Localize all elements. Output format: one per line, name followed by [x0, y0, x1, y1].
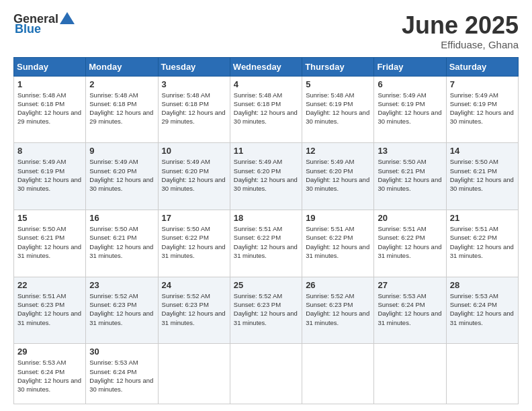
header-tuesday: Tuesday	[158, 57, 230, 76]
daylight-text: Daylight: 12 hours and 31 minutes.	[162, 310, 226, 326]
day-number: 13	[378, 146, 442, 156]
sunrise-text: Sunrise: 5:51 AM	[17, 292, 66, 300]
sunrise-text: Sunrise: 5:52 AM	[162, 292, 210, 300]
sunset-text: Sunset: 6:21 PM	[89, 234, 136, 241]
table-row: 8Sunrise: 5:49 AMSunset: 6:19 PMDaylight…	[14, 143, 86, 210]
cell-info: Sunrise: 5:52 AMSunset: 6:23 PMDaylight:…	[234, 291, 298, 327]
day-number: 8	[17, 146, 82, 156]
day-number: 11	[234, 146, 298, 156]
daylight-text: Daylight: 12 hours and 30 minutes.	[450, 176, 514, 192]
sunset-text: Sunset: 6:19 PM	[306, 100, 353, 107]
day-number: 17	[162, 213, 226, 223]
daylight-text: Daylight: 12 hours and 31 minutes.	[17, 243, 81, 259]
day-number: 29	[17, 347, 82, 357]
table-row	[230, 344, 302, 404]
table-row	[302, 344, 374, 404]
header-wednesday: Wednesday	[230, 57, 302, 76]
table-row: 21Sunrise: 5:51 AMSunset: 6:22 PMDayligh…	[446, 210, 518, 277]
sunset-text: Sunset: 6:18 PM	[89, 100, 136, 107]
daylight-text: Daylight: 12 hours and 30 minutes.	[234, 109, 298, 125]
sunset-text: Sunset: 6:21 PM	[378, 167, 425, 175]
daylight-text: Daylight: 12 hours and 31 minutes.	[378, 243, 441, 259]
sunset-text: Sunset: 6:24 PM	[378, 301, 425, 308]
cell-info: Sunrise: 5:49 AMSunset: 6:20 PMDaylight:…	[162, 157, 226, 193]
sunset-text: Sunset: 6:21 PM	[450, 167, 497, 175]
sunrise-text: Sunrise: 5:50 AM	[89, 225, 138, 232]
sunset-text: Sunset: 6:23 PM	[234, 301, 281, 308]
sunrise-text: Sunrise: 5:52 AM	[306, 292, 354, 300]
cell-info: Sunrise: 5:50 AMSunset: 6:21 PMDaylight:…	[450, 157, 515, 193]
day-number: 1	[17, 79, 82, 89]
sunset-text: Sunset: 6:21 PM	[17, 234, 64, 241]
daylight-text: Daylight: 12 hours and 31 minutes.	[234, 243, 298, 259]
daylight-text: Daylight: 12 hours and 30 minutes.	[306, 109, 369, 125]
cell-info: Sunrise: 5:51 AMSunset: 6:22 PMDaylight:…	[450, 224, 515, 260]
sunrise-text: Sunrise: 5:51 AM	[378, 225, 426, 232]
table-row: 11Sunrise: 5:49 AMSunset: 6:20 PMDayligh…	[230, 143, 302, 210]
cell-info: Sunrise: 5:50 AMSunset: 6:21 PMDaylight:…	[17, 224, 82, 260]
table-row: 16Sunrise: 5:50 AMSunset: 6:21 PMDayligh…	[86, 210, 158, 277]
header-saturday: Saturday	[446, 57, 518, 76]
calendar-header-row: Sunday Monday Tuesday Wednesday Thursday…	[14, 57, 519, 76]
daylight-text: Daylight: 12 hours and 30 minutes.	[378, 109, 441, 125]
sunrise-text: Sunrise: 5:53 AM	[17, 359, 66, 366]
header-monday: Monday	[86, 57, 158, 76]
cell-info: Sunrise: 5:48 AMSunset: 6:18 PMDaylight:…	[234, 91, 298, 126]
cell-info: Sunrise: 5:48 AMSunset: 6:18 PMDaylight:…	[162, 91, 226, 126]
day-number: 6	[378, 79, 442, 89]
header-friday: Friday	[374, 57, 446, 76]
daylight-text: Daylight: 12 hours and 30 minutes.	[450, 109, 514, 125]
sunset-text: Sunset: 6:20 PM	[234, 167, 281, 175]
sunset-text: Sunset: 6:18 PM	[162, 100, 209, 107]
sunset-text: Sunset: 6:22 PM	[378, 234, 425, 241]
cell-info: Sunrise: 5:51 AMSunset: 6:22 PMDaylight:…	[306, 224, 370, 260]
cell-info: Sunrise: 5:49 AMSunset: 6:20 PMDaylight:…	[89, 157, 154, 193]
sunrise-text: Sunrise: 5:50 AM	[378, 158, 426, 165]
daylight-text: Daylight: 12 hours and 30 minutes.	[17, 176, 81, 192]
day-number: 25	[234, 280, 298, 290]
calendar-table: Sunday Monday Tuesday Wednesday Thursday…	[13, 57, 519, 404]
calendar-week-row: 8Sunrise: 5:49 AMSunset: 6:19 PMDaylight…	[14, 143, 519, 210]
day-number: 21	[450, 213, 515, 223]
cell-info: Sunrise: 5:49 AMSunset: 6:20 PMDaylight:…	[306, 157, 370, 193]
table-row: 23Sunrise: 5:52 AMSunset: 6:23 PMDayligh…	[86, 277, 158, 344]
cell-info: Sunrise: 5:50 AMSunset: 6:21 PMDaylight:…	[89, 224, 154, 260]
cell-info: Sunrise: 5:51 AMSunset: 6:23 PMDaylight:…	[17, 291, 82, 327]
day-number: 15	[17, 213, 82, 223]
day-number: 28	[450, 280, 515, 290]
sunset-text: Sunset: 6:19 PM	[17, 167, 64, 175]
table-row: 9Sunrise: 5:49 AMSunset: 6:20 PMDaylight…	[86, 143, 158, 210]
cell-info: Sunrise: 5:48 AMSunset: 6:19 PMDaylight:…	[306, 91, 370, 126]
cell-info: Sunrise: 5:53 AMSunset: 6:24 PMDaylight:…	[378, 291, 442, 327]
sunrise-text: Sunrise: 5:48 AM	[234, 91, 282, 99]
daylight-text: Daylight: 12 hours and 31 minutes.	[234, 310, 298, 326]
table-row: 24Sunrise: 5:52 AMSunset: 6:23 PMDayligh…	[158, 277, 230, 344]
sunset-text: Sunset: 6:19 PM	[450, 100, 497, 107]
sunrise-text: Sunrise: 5:53 AM	[89, 359, 138, 366]
table-row: 15Sunrise: 5:50 AMSunset: 6:21 PMDayligh…	[14, 210, 86, 277]
day-number: 16	[89, 213, 154, 223]
sunset-text: Sunset: 6:18 PM	[234, 100, 281, 107]
calendar-week-row: 29Sunrise: 5:53 AMSunset: 6:24 PMDayligh…	[14, 344, 519, 404]
sunset-text: Sunset: 6:22 PM	[450, 234, 497, 241]
cell-info: Sunrise: 5:50 AMSunset: 6:21 PMDaylight:…	[378, 157, 442, 193]
day-number: 14	[450, 146, 515, 156]
cell-info: Sunrise: 5:49 AMSunset: 6:19 PMDaylight:…	[17, 157, 82, 193]
cell-info: Sunrise: 5:53 AMSunset: 6:24 PMDaylight:…	[89, 358, 154, 394]
sunrise-text: Sunrise: 5:49 AM	[162, 158, 210, 165]
daylight-text: Daylight: 12 hours and 30 minutes.	[89, 377, 153, 393]
daylight-text: Daylight: 12 hours and 30 minutes.	[234, 176, 298, 192]
table-row	[158, 344, 230, 404]
header-thursday: Thursday	[302, 57, 374, 76]
table-row	[446, 344, 518, 404]
cell-info: Sunrise: 5:53 AMSunset: 6:24 PMDaylight:…	[450, 291, 515, 327]
sunset-text: Sunset: 6:23 PM	[89, 301, 136, 308]
sunset-text: Sunset: 6:22 PM	[162, 234, 209, 241]
cell-info: Sunrise: 5:52 AMSunset: 6:23 PMDaylight:…	[306, 291, 370, 327]
sunrise-text: Sunrise: 5:49 AM	[89, 158, 138, 165]
daylight-text: Daylight: 12 hours and 31 minutes.	[378, 310, 441, 326]
page: General Blue June 2025 Effiduase, Ghana …	[0, 0, 532, 411]
day-number: 3	[162, 79, 226, 89]
table-row: 18Sunrise: 5:51 AMSunset: 6:22 PMDayligh…	[230, 210, 302, 277]
cell-info: Sunrise: 5:50 AMSunset: 6:22 PMDaylight:…	[162, 224, 226, 260]
